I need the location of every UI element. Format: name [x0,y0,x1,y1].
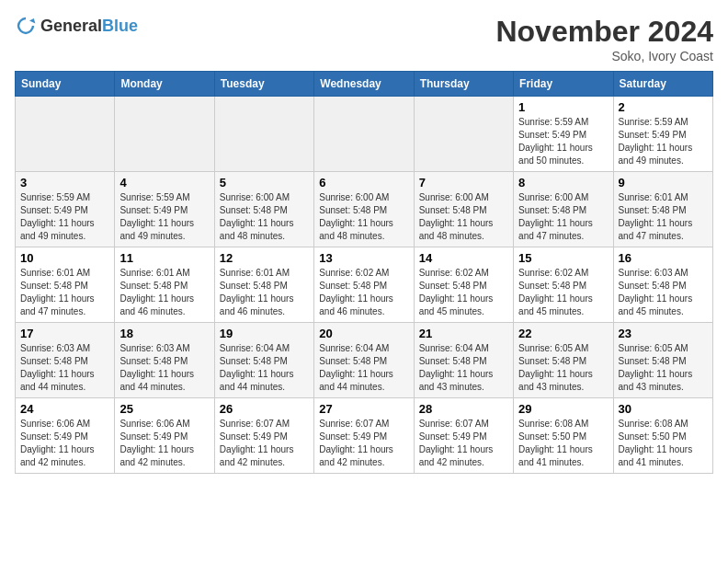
calendar-cell: 23Sunrise: 6:05 AM Sunset: 5:48 PM Dayli… [613,323,712,398]
calendar-cell: 14Sunrise: 6:02 AM Sunset: 5:48 PM Dayli… [414,247,513,323]
day-info: Sunrise: 5:59 AM Sunset: 5:49 PM Dayligh… [119,191,209,243]
calendar-cell: 16Sunrise: 6:03 AM Sunset: 5:48 PM Dayli… [613,247,712,323]
title-area: November 2024 Soko, Ivory Coast [495,15,713,63]
day-number: 29 [518,402,608,416]
calendar-cell [414,97,513,172]
day-number: 21 [419,327,508,340]
day-number: 5 [220,176,309,190]
day-info: Sunrise: 6:04 AM Sunset: 5:48 PM Dayligh… [220,342,309,394]
calendar-cell [314,97,414,172]
logo-blue-text: Blue [102,17,138,35]
day-info: Sunrise: 6:04 AM Sunset: 5:48 PM Dayligh… [419,342,508,394]
day-number: 27 [319,402,408,416]
day-info: Sunrise: 5:59 AM Sunset: 5:49 PM Dayligh… [518,116,608,167]
calendar-cell: 13Sunrise: 6:02 AM Sunset: 5:48 PM Dayli… [314,247,414,323]
calendar-week-4: 17Sunrise: 6:03 AM Sunset: 5:48 PM Dayli… [16,323,713,398]
calendar-cell: 28Sunrise: 6:07 AM Sunset: 5:49 PM Dayli… [414,398,513,474]
calendar-cell: 15Sunrise: 6:02 AM Sunset: 5:48 PM Dayli… [514,247,613,323]
calendar-cell: 18Sunrise: 6:03 AM Sunset: 5:48 PM Dayli… [115,323,214,398]
day-number: 4 [119,176,209,190]
logo: GeneralBlue [15,15,138,37]
location: Soko, Ivory Coast [495,49,713,63]
day-info: Sunrise: 6:03 AM Sunset: 5:48 PM Dayligh… [20,342,109,394]
day-info: Sunrise: 6:01 AM Sunset: 5:48 PM Dayligh… [220,267,309,318]
day-info: Sunrise: 6:05 AM Sunset: 5:48 PM Dayligh… [518,342,608,394]
day-info: Sunrise: 6:00 AM Sunset: 5:48 PM Dayligh… [518,191,608,243]
day-info: Sunrise: 6:05 AM Sunset: 5:48 PM Dayligh… [619,342,708,394]
header: GeneralBlue November 2024 Soko, Ivory Co… [15,15,713,63]
calendar-week-3: 10Sunrise: 6:01 AM Sunset: 5:48 PM Dayli… [16,247,713,323]
day-number: 8 [518,176,608,190]
calendar-cell: 8Sunrise: 6:00 AM Sunset: 5:48 PM Daylig… [514,172,613,247]
day-info: Sunrise: 6:08 AM Sunset: 5:50 PM Dayligh… [518,418,608,469]
day-number: 9 [619,176,708,190]
day-info: Sunrise: 5:59 AM Sunset: 5:49 PM Dayligh… [619,116,708,167]
calendar-cell: 2Sunrise: 5:59 AM Sunset: 5:49 PM Daylig… [613,97,712,172]
day-number: 24 [20,402,109,416]
day-header-sunday: Sunday [16,72,115,97]
calendar-cell: 6Sunrise: 6:00 AM Sunset: 5:48 PM Daylig… [314,172,414,247]
day-info: Sunrise: 6:03 AM Sunset: 5:48 PM Dayligh… [619,267,708,318]
calendar-cell: 9Sunrise: 6:01 AM Sunset: 5:48 PM Daylig… [613,172,712,247]
day-number: 20 [319,327,408,340]
calendar-cell: 22Sunrise: 6:05 AM Sunset: 5:48 PM Dayli… [514,323,613,398]
calendar-cell: 19Sunrise: 6:04 AM Sunset: 5:48 PM Dayli… [214,323,313,398]
day-info: Sunrise: 6:06 AM Sunset: 5:49 PM Dayligh… [20,418,109,469]
calendar-body: 1Sunrise: 5:59 AM Sunset: 5:49 PM Daylig… [16,97,713,474]
day-info: Sunrise: 6:01 AM Sunset: 5:48 PM Dayligh… [619,191,708,243]
calendar-cell: 30Sunrise: 6:08 AM Sunset: 5:50 PM Dayli… [613,398,712,474]
day-info: Sunrise: 6:07 AM Sunset: 5:49 PM Dayligh… [319,418,408,469]
logo-icon [15,15,37,37]
calendar-cell: 17Sunrise: 6:03 AM Sunset: 5:48 PM Dayli… [16,323,115,398]
day-info: Sunrise: 6:03 AM Sunset: 5:48 PM Dayligh… [119,342,209,394]
calendar-week-2: 3Sunrise: 5:59 AM Sunset: 5:49 PM Daylig… [16,172,713,247]
day-number: 7 [419,176,508,190]
day-info: Sunrise: 6:04 AM Sunset: 5:48 PM Dayligh… [319,342,408,394]
day-header-friday: Friday [514,72,613,97]
calendar-cell: 25Sunrise: 6:06 AM Sunset: 5:49 PM Dayli… [115,398,214,474]
day-number: 17 [20,327,109,340]
calendar-cell [115,97,214,172]
day-info: Sunrise: 6:01 AM Sunset: 5:48 PM Dayligh… [20,267,109,318]
day-info: Sunrise: 6:07 AM Sunset: 5:49 PM Dayligh… [220,418,309,469]
calendar-cell: 27Sunrise: 6:07 AM Sunset: 5:49 PM Dayli… [314,398,414,474]
day-number: 15 [518,251,608,265]
day-number: 12 [220,251,309,265]
calendar-cell: 21Sunrise: 6:04 AM Sunset: 5:48 PM Dayli… [414,323,513,398]
calendar-week-5: 24Sunrise: 6:06 AM Sunset: 5:49 PM Dayli… [16,398,713,474]
day-number: 6 [319,176,408,190]
day-info: Sunrise: 6:07 AM Sunset: 5:49 PM Dayligh… [419,418,508,469]
calendar-cell: 12Sunrise: 6:01 AM Sunset: 5:48 PM Dayli… [214,247,313,323]
day-info: Sunrise: 6:02 AM Sunset: 5:48 PM Dayligh… [319,267,408,318]
day-info: Sunrise: 6:08 AM Sunset: 5:50 PM Dayligh… [619,418,708,469]
day-number: 16 [619,251,708,265]
day-info: Sunrise: 6:06 AM Sunset: 5:49 PM Dayligh… [119,418,209,469]
calendar-cell: 24Sunrise: 6:06 AM Sunset: 5:49 PM Dayli… [16,398,115,474]
day-number: 28 [419,402,508,416]
day-info: Sunrise: 6:02 AM Sunset: 5:48 PM Dayligh… [518,267,608,318]
calendar-cell [16,97,115,172]
day-number: 25 [119,402,209,416]
calendar-table: SundayMondayTuesdayWednesdayThursdayFrid… [15,71,713,474]
day-number: 1 [518,100,608,114]
day-info: Sunrise: 6:00 AM Sunset: 5:48 PM Dayligh… [319,191,408,243]
day-number: 14 [419,251,508,265]
day-info: Sunrise: 5:59 AM Sunset: 5:49 PM Dayligh… [20,191,109,243]
calendar-cell: 20Sunrise: 6:04 AM Sunset: 5:48 PM Dayli… [314,323,414,398]
calendar-cell: 3Sunrise: 5:59 AM Sunset: 5:49 PM Daylig… [16,172,115,247]
calendar-cell: 11Sunrise: 6:01 AM Sunset: 5:48 PM Dayli… [115,247,214,323]
calendar-cell: 1Sunrise: 5:59 AM Sunset: 5:49 PM Daylig… [514,97,613,172]
day-number: 10 [20,251,109,265]
day-info: Sunrise: 6:01 AM Sunset: 5:48 PM Dayligh… [119,267,209,318]
calendar-cell: 29Sunrise: 6:08 AM Sunset: 5:50 PM Dayli… [514,398,613,474]
day-number: 13 [319,251,408,265]
day-header-thursday: Thursday [414,72,513,97]
day-header-saturday: Saturday [613,72,712,97]
day-header-wednesday: Wednesday [314,72,414,97]
day-info: Sunrise: 6:00 AM Sunset: 5:48 PM Dayligh… [419,191,508,243]
day-number: 11 [119,251,209,265]
day-number: 26 [220,402,309,416]
day-number: 19 [220,327,309,340]
calendar-cell: 7Sunrise: 6:00 AM Sunset: 5:48 PM Daylig… [414,172,513,247]
day-header-monday: Monday [115,72,214,97]
